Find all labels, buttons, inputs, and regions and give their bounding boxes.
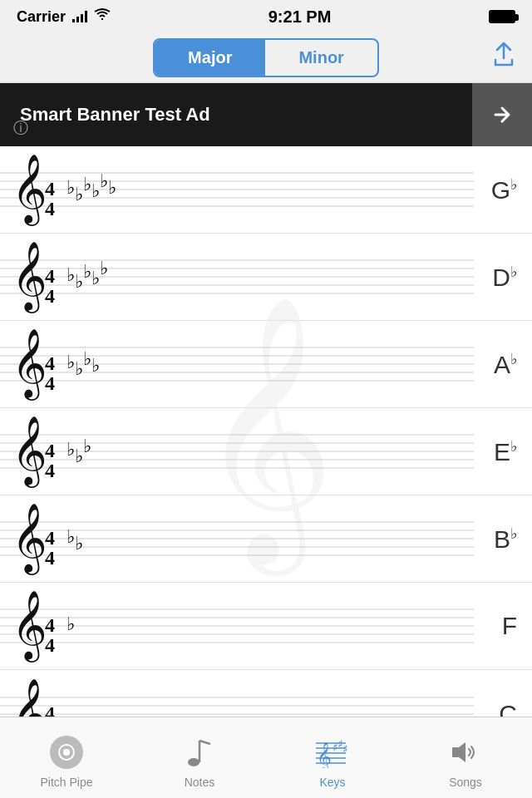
pitch-pipe-icon <box>48 734 85 771</box>
key-row-gb[interactable]: 𝄞 4 4 ♭ ♭ ♭ ♭ ♭ ♭ G♭ <box>0 146 532 234</box>
svg-text:𝄞: 𝄞 <box>12 242 47 313</box>
toolbar: Major Minor <box>0 33 532 83</box>
key-row-eb[interactable]: 𝄞 4 4 ♭ ♭ ♭ E♭ <box>0 408 532 495</box>
notation-gb: 𝄞 4 4 ♭ ♭ ♭ ♭ ♭ ♭ <box>8 152 141 227</box>
pitch-circle <box>50 736 83 769</box>
banner-ad[interactable]: ⓘ Smart Banner Test Ad <box>0 83 532 146</box>
key-label-bb: B♭ <box>474 525 532 554</box>
svg-text:♭: ♭ <box>100 258 108 278</box>
info-icon: ⓘ <box>13 118 28 138</box>
key-row-f[interactable]: 𝄞 4 4 ♭ F <box>0 583 532 670</box>
key-row-ab[interactable]: 𝄞 4 4 ♭ ♭ ♭ ♭ A♭ <box>0 321 532 408</box>
svg-text:♭: ♭ <box>75 184 83 204</box>
notation-f: 𝄞 4 4 ♭ <box>8 589 141 663</box>
key-row-bb[interactable]: 𝄞 4 4 ♭ ♭ B♭ <box>0 495 532 583</box>
key-label-ab: A♭ <box>474 350 532 379</box>
svg-text:𝄞: 𝄞 <box>317 742 332 768</box>
tab-notes[interactable]: Notes <box>133 727 266 789</box>
ad-arrow-button[interactable] <box>472 83 532 146</box>
svg-text:♭: ♭ <box>83 436 91 456</box>
svg-text:♭: ♭ <box>75 533 83 554</box>
svg-text:♭: ♭ <box>66 613 75 634</box>
staff-area-gb: 𝄞 4 4 ♭ ♭ ♭ ♭ ♭ ♭ <box>0 146 474 233</box>
banner-title: Smart Banner Test Ad <box>20 104 210 126</box>
status-bar: Carrier 9:21 PM <box>0 0 532 33</box>
svg-text:♭: ♭ <box>75 358 83 379</box>
svg-text:𝄞: 𝄞 <box>12 416 47 488</box>
tab-songs[interactable]: Songs <box>399 727 532 789</box>
staff-area-ab: 𝄞 4 4 ♭ ♭ ♭ ♭ <box>0 321 474 407</box>
svg-text:𝄞: 𝄞 <box>12 329 47 401</box>
svg-text:♭: ♭ <box>66 439 75 460</box>
tab-label-songs: Songs <box>449 776 482 789</box>
major-button[interactable]: Major <box>155 40 265 76</box>
key-label-db: D♭ <box>474 263 532 292</box>
key-row-c[interactable]: 𝄞 4 4 C <box>0 670 532 717</box>
svg-text:4: 4 <box>45 372 55 394</box>
svg-text:4: 4 <box>45 178 55 200</box>
share-button[interactable] <box>492 42 515 74</box>
svg-text:𝄞: 𝄞 <box>12 591 47 663</box>
notation-bb: 𝄞 4 4 ♭ ♭ <box>8 501 141 576</box>
svg-text:♭: ♭ <box>83 261 91 282</box>
svg-text:♭: ♭ <box>66 526 75 547</box>
notation-ab: 𝄞 4 4 ♭ ♭ ♭ ♭ <box>8 327 141 401</box>
staff-area-c: 𝄞 4 4 <box>0 670 474 717</box>
svg-text:♭: ♭ <box>66 177 75 198</box>
svg-text:♭: ♭ <box>91 355 100 376</box>
svg-text:♭: ♭ <box>91 268 100 288</box>
staff-area-db: 𝄞 4 4 ♭ ♭ ♭ ♭ ♭ <box>0 234 474 320</box>
svg-text:4: 4 <box>45 460 55 481</box>
notation-db: 𝄞 4 4 ♭ ♭ ♭ ♭ ♭ <box>8 239 141 314</box>
svg-text:4: 4 <box>45 198 55 219</box>
svg-text:♭: ♭ <box>66 264 75 285</box>
svg-text:𝄞: 𝄞 <box>12 504 47 575</box>
segment-control: Major Minor <box>153 38 379 77</box>
svg-text:4: 4 <box>45 527 55 549</box>
notation-c: 𝄞 4 4 <box>8 677 141 717</box>
svg-text:4: 4 <box>45 265 55 287</box>
status-right <box>489 10 515 23</box>
svg-text:4: 4 <box>45 285 55 307</box>
status-time: 9:21 PM <box>268 7 332 27</box>
wifi-icon <box>94 8 111 25</box>
tab-keys[interactable]: 𝄞 ♯ ♯ ♯ Keys <box>266 727 399 789</box>
signal-icon <box>72 11 87 22</box>
key-label-c: C <box>474 700 532 717</box>
svg-text:♯: ♯ <box>342 743 348 756</box>
svg-text:♭: ♭ <box>100 170 108 191</box>
battery-icon <box>489 10 515 23</box>
notation-eb: 𝄞 4 4 ♭ ♭ ♭ <box>8 414 141 489</box>
svg-point-43 <box>63 749 70 756</box>
svg-text:4: 4 <box>45 547 55 569</box>
svg-text:4: 4 <box>45 614 55 636</box>
svg-text:4: 4 <box>45 352 55 374</box>
tab-bar: Pitch Pipe Notes 𝄞 ♯ <box>0 717 532 798</box>
svg-text:♭: ♭ <box>75 271 83 292</box>
key-row-db[interactable]: 𝄞 4 4 ♭ ♭ ♭ ♭ ♭ D♭ <box>0 234 532 321</box>
staff-area-bb: 𝄞 4 4 ♭ ♭ <box>0 495 474 582</box>
svg-text:♭: ♭ <box>66 352 75 372</box>
svg-text:♭: ♭ <box>108 177 116 198</box>
svg-text:♭: ♭ <box>83 348 91 369</box>
svg-text:𝄞: 𝄞 <box>12 155 47 226</box>
tab-label-pitch-pipe: Pitch Pipe <box>40 776 92 789</box>
staff-area-eb: 𝄞 4 4 ♭ ♭ ♭ <box>0 408 474 495</box>
tab-pitch-pipe[interactable]: Pitch Pipe <box>0 727 133 789</box>
key-label-eb: E♭ <box>474 437 532 466</box>
svg-rect-56 <box>452 747 459 757</box>
svg-line-46 <box>200 741 210 744</box>
minor-button[interactable]: Minor <box>265 40 377 76</box>
svg-text:4: 4 <box>45 440 55 461</box>
keys-icon: 𝄞 ♯ ♯ ♯ <box>314 734 351 771</box>
notes-icon <box>181 734 218 771</box>
tab-label-notes: Notes <box>185 776 215 789</box>
songs-icon <box>447 734 484 771</box>
svg-text:♭: ♭ <box>91 180 100 201</box>
key-list: 𝄞 𝄞 4 4 ♭ ♭ ♭ ♭ ♭ ♭ <box>0 146 532 717</box>
staff-area-f: 𝄞 4 4 ♭ <box>0 583 474 669</box>
status-left: Carrier <box>17 8 111 26</box>
svg-text:4: 4 <box>45 702 55 717</box>
key-label-gb: G♭ <box>474 175 532 204</box>
tab-label-keys: Keys <box>319 776 345 789</box>
